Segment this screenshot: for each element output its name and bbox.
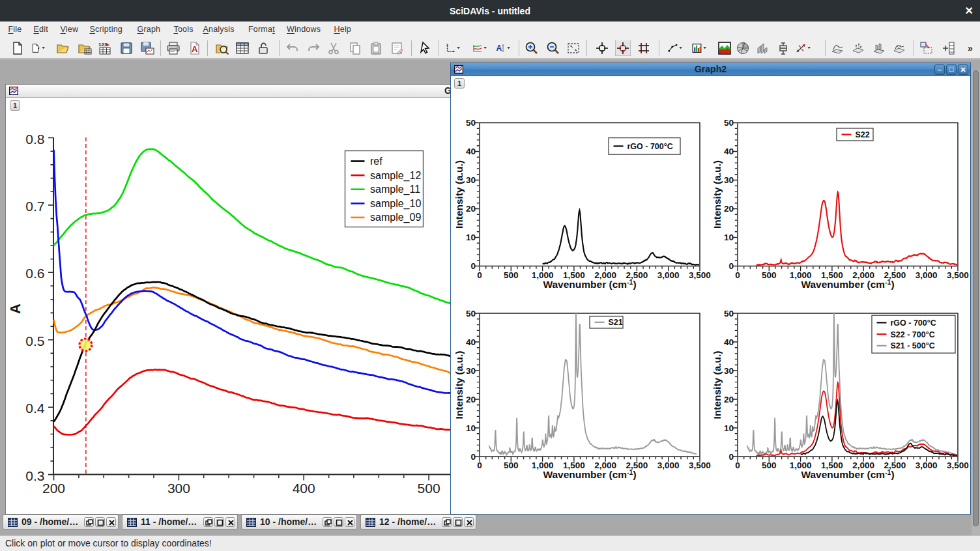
svg-text:500: 500 [418, 481, 440, 496]
svg-text:40: 40 [724, 147, 734, 156]
svg-text:30: 30 [724, 366, 734, 376]
svg-text:40: 40 [466, 147, 476, 156]
svg-text:0.5: 0.5 [25, 333, 44, 348]
svg-text:20: 20 [466, 204, 476, 214]
svg-text:300: 300 [167, 481, 190, 496]
svg-text:30: 30 [724, 175, 734, 185]
svg-text:20: 20 [724, 204, 734, 214]
svg-text:500: 500 [762, 270, 777, 280]
svg-text:0.8: 0.8 [25, 132, 44, 147]
svg-text:3,500: 3,500 [947, 460, 969, 470]
svg-text:Wavenumber (cm-1): Wavenumber (cm-1) [543, 278, 636, 290]
svg-text:0: 0 [470, 261, 476, 271]
svg-text:10: 10 [466, 233, 476, 242]
svg-text:500: 500 [504, 460, 519, 470]
svg-text:3,500: 3,500 [947, 270, 969, 280]
svg-text:sample_10: sample_10 [370, 198, 421, 210]
svg-text:3,000: 3,000 [915, 270, 938, 280]
svg-text:rGO - 700°C: rGO - 700°C [627, 142, 673, 151]
svg-text:500: 500 [762, 460, 777, 470]
svg-text:0: 0 [728, 452, 734, 462]
svg-text:sample_09: sample_09 [370, 212, 421, 223]
svg-text:Intensity (a.u.): Intensity (a.u.) [454, 160, 465, 229]
svg-text:50: 50 [466, 118, 476, 128]
svg-text:0.6: 0.6 [25, 266, 44, 281]
svg-text:ref: ref [370, 156, 382, 167]
svg-text:0: 0 [728, 261, 734, 271]
svg-text:S21: S21 [609, 318, 623, 327]
svg-text:S22 - 700°C: S22 - 700°C [891, 330, 935, 339]
svg-text:sample_11: sample_11 [370, 184, 420, 195]
svg-text:Intensity (a.u.): Intensity (a.u.) [712, 160, 723, 229]
svg-text:A: A [192, 44, 198, 54]
svg-text:0: 0 [470, 452, 476, 462]
svg-text:S21 - 500°C: S21 - 500°C [891, 341, 935, 350]
svg-text:50: 50 [724, 118, 734, 128]
svg-text:0: 0 [477, 270, 482, 280]
svg-text:50: 50 [466, 309, 476, 318]
svg-text:sample_12: sample_12 [370, 170, 421, 182]
svg-text:Wavenumber (cm-1): Wavenumber (cm-1) [543, 468, 636, 480]
svg-text:rGO - 700°C: rGO - 700°C [891, 318, 936, 328]
svg-text:10: 10 [466, 423, 476, 433]
svg-text:3,000: 3,000 [657, 270, 680, 280]
svg-text:Wavenumber (cm-1): Wavenumber (cm-1) [801, 468, 894, 480]
svg-text:50: 50 [724, 309, 734, 318]
svg-text:20: 20 [466, 395, 476, 404]
svg-text:400: 400 [293, 481, 315, 496]
svg-text:0: 0 [735, 460, 740, 470]
svg-text:200: 200 [42, 481, 65, 496]
svg-text:40: 40 [466, 337, 476, 347]
svg-text:10: 10 [724, 233, 734, 242]
svg-text:3,500: 3,500 [689, 270, 711, 280]
svg-text:0.7: 0.7 [25, 199, 44, 214]
svg-text:10: 10 [724, 423, 734, 433]
svg-text:Wavenumber (cm-1): Wavenumber (cm-1) [801, 278, 894, 290]
svg-text:20: 20 [724, 395, 734, 404]
svg-text:0.4: 0.4 [25, 401, 45, 416]
svg-text:A: A [496, 44, 502, 53]
svg-text:S22: S22 [856, 130, 870, 139]
svg-text:30: 30 [466, 366, 476, 376]
svg-text:0: 0 [477, 460, 482, 470]
svg-text:500: 500 [504, 270, 519, 280]
svg-text:3,500: 3,500 [689, 460, 711, 470]
svg-text:»: » [968, 43, 973, 53]
svg-text:Intensity (a.u.): Intensity (a.u.) [712, 350, 723, 419]
svg-text:123: 123 [98, 42, 108, 48]
svg-text:40: 40 [724, 337, 734, 347]
svg-text:30: 30 [466, 175, 476, 185]
svg-text:A: A [7, 304, 23, 314]
svg-text:Intensity (a.u.): Intensity (a.u.) [454, 350, 465, 419]
svg-text:3,000: 3,000 [657, 460, 680, 470]
svg-text:0: 0 [735, 270, 740, 280]
svg-text:3,000: 3,000 [915, 460, 938, 470]
